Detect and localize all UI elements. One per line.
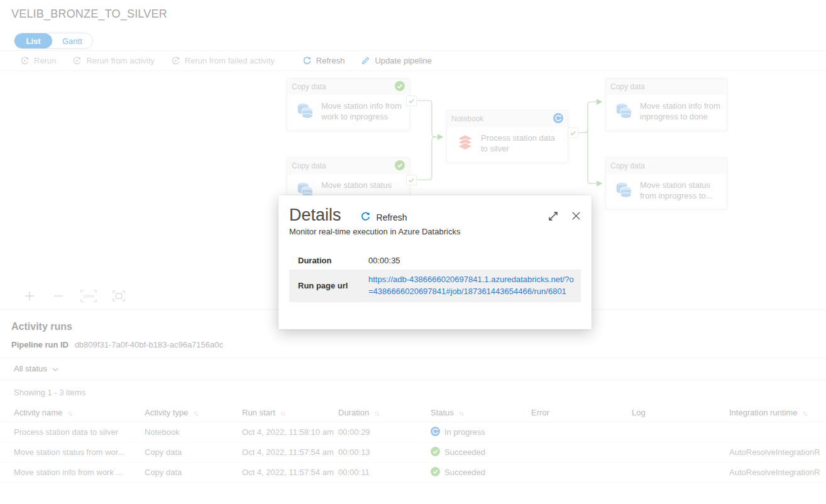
dialog-title: Details: [289, 205, 341, 225]
detail-label: Duration: [298, 256, 368, 265]
refresh-icon: [360, 211, 371, 224]
close-dialog-icon[interactable]: [571, 211, 581, 221]
run-page-url-link[interactable]: https://adb-4386666020697841.1.azuredata…: [368, 274, 575, 298]
dialog-refresh-button[interactable]: Refresh: [360, 211, 407, 224]
dialog-subtitle: Monitor real-time execution in Azure Dat…: [289, 227, 581, 236]
details-dialog: Details Refresh Monitor real-time execut…: [278, 195, 592, 329]
expand-dialog-icon[interactable]: [548, 211, 558, 221]
detail-label: Run page url: [298, 281, 368, 290]
detail-value: 00:00:35: [368, 256, 400, 265]
detail-row-duration: Duration 00:00:35: [289, 251, 581, 270]
detail-row-run-page-url: Run page url https://adb-438666602069784…: [289, 270, 581, 302]
